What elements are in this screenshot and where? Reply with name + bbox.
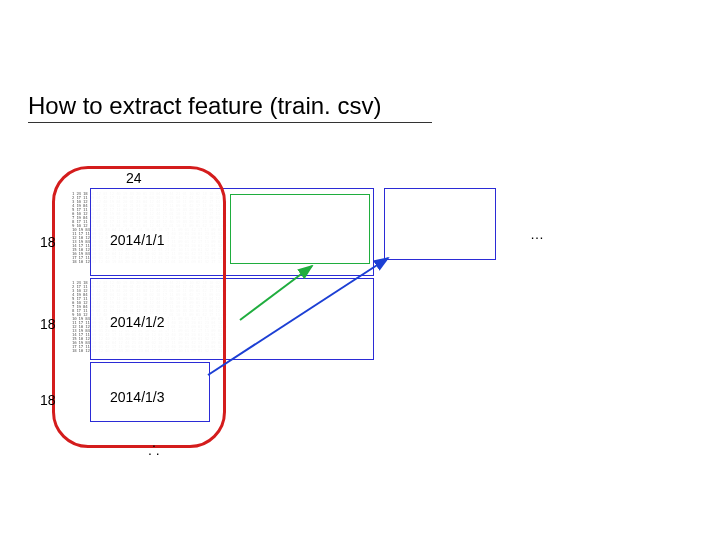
date-label-3: 2014/1/3	[108, 389, 167, 405]
title-underline	[28, 122, 432, 123]
rows-count-label-1: 18	[40, 234, 56, 250]
date-label-2: 2014/1/2	[108, 314, 167, 330]
rows-count-label-3: 18	[40, 392, 56, 408]
columns-count-label: 24	[126, 170, 142, 186]
feature-window-highlight	[230, 194, 370, 264]
date-label-1: 2014/1/1	[108, 232, 167, 248]
ellipsis-bottom: . . .	[148, 438, 160, 454]
rows-count-label-2: 18	[40, 316, 56, 332]
source-days-group	[52, 166, 226, 448]
ellipsis-right: …	[530, 226, 546, 242]
extracted-feature-box	[384, 188, 496, 260]
page-title: How to extract feature (train. csv)	[28, 92, 381, 120]
ellipsis-dot-2: . .	[148, 442, 160, 458]
